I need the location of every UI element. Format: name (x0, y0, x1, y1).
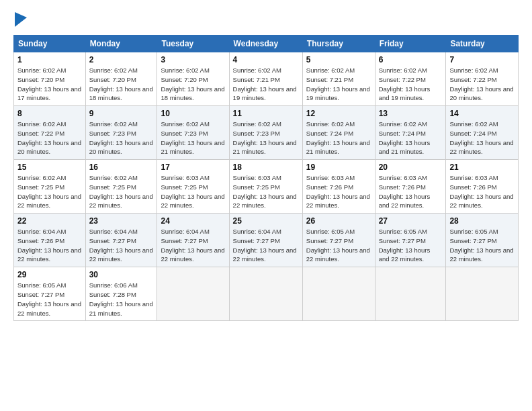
day-number: 15 (17, 163, 82, 172)
day-detail: Sunrise: 6:06 AMSunset: 7:28 PMDaylight:… (89, 281, 154, 318)
day-number: 7 (449, 55, 515, 64)
calendar-table: SundayMondayTuesdayWednesdayThursdayFrid… (13, 35, 519, 321)
calendar-cell: 19Sunrise: 6:03 AMSunset: 7:26 PMDayligh… (302, 160, 375, 214)
calendar-cell: 24Sunrise: 6:04 AMSunset: 7:27 PMDayligh… (157, 214, 229, 267)
day-detail: Sunrise: 6:05 AMSunset: 7:27 PMDaylight:… (449, 227, 515, 264)
day-number: 18 (233, 163, 299, 172)
col-header-sunday: Sunday (14, 36, 86, 52)
calendar-cell: 7Sunrise: 6:02 AMSunset: 7:22 PMDaylight… (446, 52, 519, 106)
calendar-cell: 21Sunrise: 6:03 AMSunset: 7:26 PMDayligh… (446, 160, 519, 214)
calendar-cell (229, 267, 302, 321)
day-detail: Sunrise: 6:02 AMSunset: 7:25 PMDaylight:… (17, 173, 82, 210)
calendar-cell: 22Sunrise: 6:04 AMSunset: 7:26 PMDayligh… (14, 214, 86, 267)
calendar-cell: 23Sunrise: 6:04 AMSunset: 7:27 PMDayligh… (85, 214, 157, 267)
calendar-cell (446, 267, 519, 321)
calendar-cell: 5Sunrise: 6:02 AMSunset: 7:21 PMDaylight… (302, 52, 375, 106)
day-detail: Sunrise: 6:05 AMSunset: 7:27 PMDaylight:… (306, 227, 371, 264)
day-detail: Sunrise: 6:02 AMSunset: 7:21 PMDaylight:… (306, 66, 371, 103)
day-number: 5 (306, 55, 371, 64)
calendar-cell: 15Sunrise: 6:02 AMSunset: 7:25 PMDayligh… (14, 160, 86, 214)
day-detail: Sunrise: 6:02 AMSunset: 7:23 PMDaylight:… (161, 120, 225, 156)
day-number: 9 (89, 109, 154, 118)
week-row-1: 1Sunrise: 6:02 AMSunset: 7:20 PMDaylight… (14, 52, 519, 106)
calendar-cell: 8Sunrise: 6:02 AMSunset: 7:22 PMDaylight… (14, 106, 86, 160)
day-number: 14 (449, 109, 515, 118)
calendar-cell: 9Sunrise: 6:02 AMSunset: 7:23 PMDaylight… (85, 106, 157, 160)
week-row-5: 29Sunrise: 6:05 AMSunset: 7:27 PMDayligh… (14, 267, 519, 321)
day-detail: Sunrise: 6:02 AMSunset: 7:24 PMDaylight:… (379, 120, 443, 156)
day-detail: Sunrise: 6:03 AMSunset: 7:26 PMDaylight:… (449, 173, 515, 210)
day-number: 8 (17, 109, 82, 118)
calendar-cell: 26Sunrise: 6:05 AMSunset: 7:27 PMDayligh… (302, 214, 375, 267)
day-detail: Sunrise: 6:02 AMSunset: 7:23 PMDaylight:… (233, 120, 299, 156)
day-detail: Sunrise: 6:02 AMSunset: 7:22 PMDaylight:… (449, 66, 515, 103)
col-header-thursday: Thursday (302, 36, 375, 52)
day-number: 28 (449, 216, 515, 226)
col-header-saturday: Saturday (446, 36, 519, 52)
day-detail: Sunrise: 6:02 AMSunset: 7:24 PMDaylight:… (449, 120, 515, 156)
day-number: 24 (161, 216, 225, 226)
day-number: 29 (17, 270, 82, 279)
day-detail: Sunrise: 6:02 AMSunset: 7:23 PMDaylight:… (89, 120, 154, 156)
week-row-4: 22Sunrise: 6:04 AMSunset: 7:26 PMDayligh… (14, 214, 519, 267)
day-detail: Sunrise: 6:02 AMSunset: 7:20 PMDaylight:… (17, 66, 82, 103)
col-header-monday: Monday (85, 36, 157, 52)
calendar-cell: 6Sunrise: 6:02 AMSunset: 7:22 PMDaylight… (375, 52, 446, 106)
calendar-cell: 25Sunrise: 6:04 AMSunset: 7:27 PMDayligh… (229, 214, 302, 267)
calendar-cell: 17Sunrise: 6:03 AMSunset: 7:25 PMDayligh… (157, 160, 229, 214)
calendar-cell: 1Sunrise: 6:02 AMSunset: 7:20 PMDaylight… (14, 52, 86, 106)
day-detail: Sunrise: 6:04 AMSunset: 7:27 PMDaylight:… (89, 227, 154, 264)
day-detail: Sunrise: 6:03 AMSunset: 7:25 PMDaylight:… (161, 173, 225, 210)
calendar-cell: 28Sunrise: 6:05 AMSunset: 7:27 PMDayligh… (446, 214, 519, 267)
logo (13, 12, 27, 27)
calendar-cell: 20Sunrise: 6:03 AMSunset: 7:26 PMDayligh… (375, 160, 446, 214)
header (13, 12, 519, 27)
day-detail: Sunrise: 6:02 AMSunset: 7:22 PMDaylight:… (379, 66, 443, 103)
day-detail: Sunrise: 6:04 AMSunset: 7:26 PMDaylight:… (17, 227, 82, 264)
day-detail: Sunrise: 6:03 AMSunset: 7:26 PMDaylight:… (379, 173, 443, 210)
day-number: 20 (379, 163, 443, 172)
calendar-cell: 2Sunrise: 6:02 AMSunset: 7:20 PMDaylight… (85, 52, 157, 106)
day-number: 6 (379, 55, 443, 64)
day-number: 12 (306, 109, 371, 118)
day-detail: Sunrise: 6:04 AMSunset: 7:27 PMDaylight:… (161, 227, 225, 264)
day-detail: Sunrise: 6:02 AMSunset: 7:21 PMDaylight:… (233, 66, 299, 103)
week-row-3: 15Sunrise: 6:02 AMSunset: 7:25 PMDayligh… (14, 160, 519, 214)
day-number: 17 (161, 163, 225, 172)
day-detail: Sunrise: 6:05 AMSunset: 7:27 PMDaylight:… (17, 281, 82, 318)
day-detail: Sunrise: 6:02 AMSunset: 7:20 PMDaylight:… (89, 66, 154, 103)
col-header-friday: Friday (375, 36, 446, 52)
day-number: 2 (89, 55, 154, 64)
calendar-cell: 18Sunrise: 6:03 AMSunset: 7:25 PMDayligh… (229, 160, 302, 214)
day-number: 10 (161, 109, 225, 118)
day-number: 16 (89, 163, 154, 172)
day-detail: Sunrise: 6:03 AMSunset: 7:26 PMDaylight:… (306, 173, 371, 210)
calendar-cell: 11Sunrise: 6:02 AMSunset: 7:23 PMDayligh… (229, 106, 302, 160)
calendar-cell: 29Sunrise: 6:05 AMSunset: 7:27 PMDayligh… (14, 267, 86, 321)
day-detail: Sunrise: 6:05 AMSunset: 7:27 PMDaylight:… (379, 227, 443, 264)
calendar-cell (302, 267, 375, 321)
calendar-cell: 27Sunrise: 6:05 AMSunset: 7:27 PMDayligh… (375, 214, 446, 267)
calendar-cell (157, 267, 229, 321)
calendar-cell: 13Sunrise: 6:02 AMSunset: 7:24 PMDayligh… (375, 106, 446, 160)
calendar-cell: 30Sunrise: 6:06 AMSunset: 7:28 PMDayligh… (85, 267, 157, 321)
day-detail: Sunrise: 6:02 AMSunset: 7:22 PMDaylight:… (17, 120, 82, 156)
day-number: 13 (379, 109, 443, 118)
calendar-cell: 12Sunrise: 6:02 AMSunset: 7:24 PMDayligh… (302, 106, 375, 160)
calendar-cell: 14Sunrise: 6:02 AMSunset: 7:24 PMDayligh… (446, 106, 519, 160)
day-number: 27 (379, 216, 443, 226)
calendar-cell: 16Sunrise: 6:02 AMSunset: 7:25 PMDayligh… (85, 160, 157, 214)
day-number: 11 (233, 109, 299, 118)
day-detail: Sunrise: 6:03 AMSunset: 7:25 PMDaylight:… (233, 173, 299, 210)
day-detail: Sunrise: 6:04 AMSunset: 7:27 PMDaylight:… (233, 227, 299, 264)
page: SundayMondayTuesdayWednesdayThursdayFrid… (0, 0, 532, 411)
day-detail: Sunrise: 6:02 AMSunset: 7:25 PMDaylight:… (89, 173, 154, 210)
col-header-tuesday: Tuesday (157, 36, 229, 52)
calendar-cell: 10Sunrise: 6:02 AMSunset: 7:23 PMDayligh… (157, 106, 229, 160)
logo-icon (15, 12, 27, 27)
calendar-cell: 4Sunrise: 6:02 AMSunset: 7:21 PMDaylight… (229, 52, 302, 106)
week-row-2: 8Sunrise: 6:02 AMSunset: 7:22 PMDaylight… (14, 106, 519, 160)
svg-marker-0 (15, 12, 27, 27)
col-header-wednesday: Wednesday (229, 36, 302, 52)
day-number: 26 (306, 216, 371, 226)
